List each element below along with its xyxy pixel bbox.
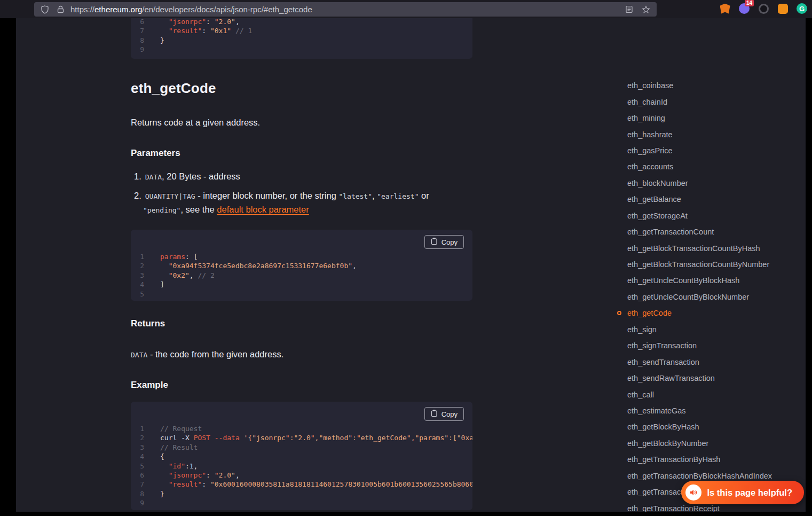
inline-code-data-returns: DATA [131,351,147,359]
section-title-example: Example [131,380,168,390]
feedback-megaphone-icon [685,484,701,501]
code-line: 7 "result": "0x1" // 1 [131,26,472,35]
inline-code-earliest: "earliest" [377,192,419,200]
page-title: eth_getCode [131,80,216,97]
toc-item-eth_getUncleCountByBlockHash[interactable]: eth_getUncleCountByBlockHash [627,272,806,288]
code-line: 3 "0x2", // 2 [131,271,472,280]
page-helpful-button[interactable]: Is this page helpful? [681,481,804,504]
code-line: 8} [131,489,472,498]
line-number: 3 [131,271,144,280]
url-domain: ethereum.org [94,5,142,14]
code-line: 2 "0xa94f5374fce5edbc8e2a8697c15331677e6… [131,261,472,270]
line-number: 7 [131,480,144,489]
reader-view-icon[interactable] [624,4,634,15]
toc-item-eth_gasPrice[interactable]: eth_gasPrice [627,143,806,159]
line-number: 7 [131,26,144,35]
toc-item-eth_sendTransaction[interactable]: eth_sendTransaction [627,354,806,370]
toc-item-eth_sign[interactable]: eth_sign [627,322,806,338]
toc-item-eth_getBlockTransactionCountByNumber[interactable]: eth_getBlockTransactionCountByNumber [627,256,806,272]
bookmark-star-icon[interactable] [641,4,651,15]
code-line: 1params: [ [131,252,472,261]
copy-button[interactable]: Copy [424,407,464,421]
code-block-example: Copy 1// Request2curl -X POST --data '{"… [131,402,472,510]
code-block-previous-example: 6 "jsonrpc": "2.0",7 "result": "0x1" // … [131,18,472,59]
line-number: 6 [131,471,144,480]
code-line: 5 "id":1, [131,462,472,471]
orange-extension-icon[interactable] [777,3,789,14]
line-number: 5 [131,462,144,471]
toc-item-eth_call[interactable]: eth_call [627,386,806,402]
code-line: 5 [131,290,472,299]
toc-item-eth_getTransactionByHash[interactable]: eth_getTransactionByHash [627,451,806,467]
code-block-parameters: Copy 1params: [2 "0xa94f5374fce5edbc8e2a… [131,230,472,301]
code-line: 4{ [131,452,472,461]
code-line: 6 "jsonrpc": "2.0", [131,18,472,26]
default-block-parameter-link[interactable]: default block parameter [217,205,309,214]
toc-item-eth_hashrate[interactable]: eth_hashrate [627,126,806,142]
inline-code-data: DATA [145,173,162,181]
inline-code-latest: "latest" [338,192,372,200]
line-number: 6 [131,18,144,26]
inline-code-pending: "pending" [143,206,180,214]
toc-item-eth_signTransaction[interactable]: eth_signTransaction [627,338,806,354]
ring-extension-icon[interactable] [758,3,769,14]
line-number: 2 [131,261,144,270]
line-number: 4 [131,452,144,461]
toc-item-eth_chainId[interactable]: eth_chainId [627,93,806,110]
parameter-item-2-line-2: "pending", see the default block paramet… [143,205,309,215]
grammarly-extension-icon[interactable]: G [796,3,808,14]
line-number: 1 [131,424,144,433]
https-lock-icon[interactable] [55,4,66,15]
copy-button[interactable]: Copy [424,235,464,249]
code-line: 2curl -X POST --data '{"jsonrpc":"2.0","… [131,433,472,442]
code-line: 1// Request [131,424,472,433]
browser-toolbar: https://ethereum.org/en/developers/docs/… [0,0,812,18]
toc-item-eth_blockNumber[interactable]: eth_blockNumber [627,175,806,191]
page-viewport: 6 "jsonrpc": "2.0",7 "result": "0x1" // … [16,18,806,512]
extension-badge: 14 [745,0,754,6]
toc-item-eth_accounts[interactable]: eth_accounts [627,159,806,175]
line-number: 9 [131,498,144,507]
parameter-item-2-line-1: 2.QUANTITY|TAG - integer block number, o… [134,191,429,201]
parameter-item-1: 1.DATA, 20 Bytes - address [134,171,240,182]
line-number: 9 [131,45,144,54]
code-line: 7 "result": "0x600160008035811a818181146… [131,480,472,489]
toc-item-eth_mining[interactable]: eth_mining [627,110,806,126]
line-number: 5 [131,290,144,299]
line-number: 3 [131,443,144,452]
url-text: https://ethereum.org/en/developers/docs/… [70,5,619,14]
clipboard-icon [431,409,438,419]
toc-item-eth_getStorageAt[interactable]: eth_getStorageAt [627,208,806,224]
code-line: 6 "jsonrpc": "2.0", [131,471,472,480]
toc-item-eth_getBlockByNumber[interactable]: eth_getBlockByNumber [627,435,806,451]
toc-item-eth_getCode[interactable]: eth_getCode [627,305,806,321]
line-number: 2 [131,433,144,442]
toc-item-eth_getBalance[interactable]: eth_getBalance [627,191,806,207]
purple-extension-icon[interactable]: 14 [738,3,750,14]
toc-item-eth_getBlockByHash[interactable]: eth_getBlockByHash [627,419,806,435]
section-title-returns: Returns [131,318,165,329]
clipboard-icon [431,237,438,247]
table-of-contents: eth_coinbaseeth_chainIdeth_miningeth_has… [627,77,806,512]
line-number: 1 [131,252,144,261]
toc-item-eth_sendRawTransaction[interactable]: eth_sendRawTransaction [627,370,806,386]
code-line: 9 [131,45,472,54]
line-number: 8 [131,36,144,45]
returns-paragraph: DATA - the code from the given address. [131,349,283,359]
toc-item-eth_estimateGas[interactable]: eth_estimateGas [627,403,806,419]
active-item-marker-icon [617,311,621,315]
tracking-protection-shield-icon[interactable] [40,4,50,15]
toc-item-eth_getBlockTransactionCountByHash[interactable]: eth_getBlockTransactionCountByHash [627,240,806,256]
line-number: 4 [131,280,144,289]
code-line: 4] [131,280,472,289]
code-line: 3// Result [131,443,472,452]
code-line: 9 [131,498,472,507]
toc-item-eth_coinbase[interactable]: eth_coinbase [627,77,806,93]
line-number: 8 [131,489,144,498]
toc-item-eth_getTransactionCount[interactable]: eth_getTransactionCount [627,224,806,240]
fox-extension-icon[interactable] [719,3,731,14]
url-bar[interactable]: https://ethereum.org/en/developers/docs/… [34,2,657,17]
inline-code-quantity-tag: QUANTITY|TAG [145,192,195,200]
toc-item-eth_getUncleCountByBlockNumber[interactable]: eth_getUncleCountByBlockNumber [627,289,806,305]
code-line: 8} [131,36,472,45]
